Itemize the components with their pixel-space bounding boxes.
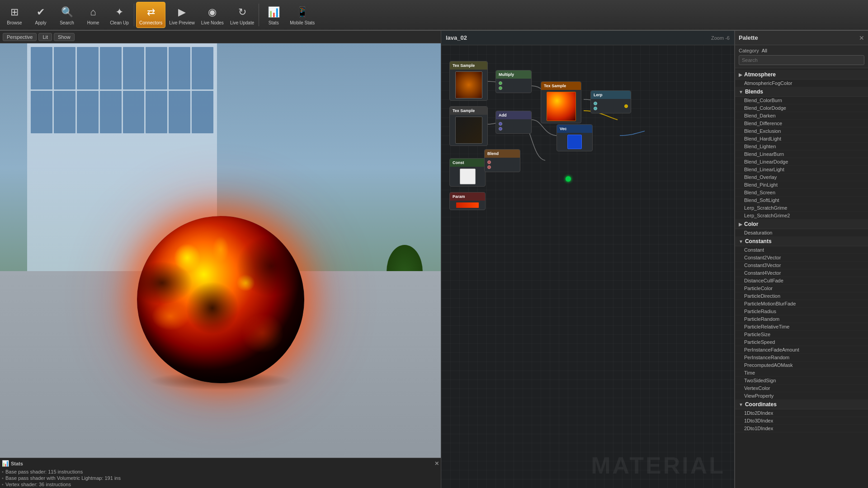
stats-close-button[interactable]: ✕ [434, 460, 439, 467]
apply-button[interactable]: ✔ Apply [28, 2, 53, 28]
palette-list: ▶ Atmosphere AtmosphericFogColor ▼ Blend… [735, 68, 868, 488]
item-blend-overlay[interactable]: Blend_Overlay [735, 174, 868, 181]
item-blend-difference[interactable]: Blend_Difference [735, 120, 868, 127]
item-blend-pinlight[interactable]: Blend_PinLight [735, 181, 868, 189]
pin [499, 81, 502, 85]
palette-header: Palette ✕ [735, 31, 868, 45]
node-add[interactable]: Add [495, 111, 532, 134]
node-header-3: Multiply [496, 70, 531, 79]
item-particlemotionblurfade[interactable]: ParticleMotionBlurFade [735, 300, 868, 308]
item-blend-colordodge[interactable]: Blend_ColorDodge [735, 104, 868, 112]
stats-header: 📊 Stats ✕ [2, 460, 439, 467]
item-desaturation[interactable]: Desaturation [735, 229, 868, 237]
item-blend-softlight[interactable]: Blend_SoftLight [735, 197, 868, 204]
node-blend-1[interactable]: Multiply [495, 70, 532, 93]
stats-label: Stats [269, 20, 279, 25]
item-twosidedsign[interactable]: TwoSidedSign [735, 377, 868, 385]
item-distancecullfade[interactable]: DistanceCullFade [735, 277, 868, 285]
node-texture-2[interactable]: Tex Sample [449, 106, 488, 146]
category-atmosphere[interactable]: ▶ Atmosphere [735, 70, 868, 80]
node-white[interactable]: Const [449, 158, 486, 187]
viewport-3d[interactable] [0, 43, 441, 458]
category-constants[interactable]: ▼ Constants [735, 237, 868, 246]
item-1dto2dindex[interactable]: 1Dto2DIndex [735, 409, 868, 417]
perspective-button[interactable]: Perspective [3, 33, 37, 41]
category-value: All [762, 48, 767, 53]
item-particleradius[interactable]: ParticleRadius [735, 308, 868, 315]
item-blend-exclusion[interactable]: Blend_Exclusion [735, 127, 868, 135]
category-arrow-constants: ▼ [739, 239, 743, 244]
item-blend-colorburn[interactable]: Blend_ColorBurn [735, 97, 868, 104]
item-blend-screen[interactable]: Blend_Screen [735, 189, 868, 197]
item-particlecolor[interactable]: ParticleColor [735, 285, 868, 292]
node-blue[interactable]: Vec [557, 124, 593, 151]
category-arrow-atmosphere: ▶ [739, 72, 742, 77]
liveupdate-button[interactable]: ↻ Live Update [227, 2, 257, 28]
show-button[interactable]: Show [54, 33, 75, 41]
category-coordinates[interactable]: ▼ Coordinates [735, 400, 868, 409]
node-texture-1[interactable]: Tex Sample [449, 61, 488, 101]
pin [499, 127, 502, 131]
item-blend-linearburn[interactable]: Blend_LinearBurn [735, 150, 868, 158]
category-color[interactable]: ▶ Color [735, 220, 868, 229]
search-button[interactable]: 🔍 Search [54, 2, 80, 28]
item-particlerandom[interactable]: ParticleRandom [735, 315, 868, 323]
window [77, 47, 99, 89]
node-graph[interactable]: lava_02 Zoom -6 Tex Sample [441, 31, 735, 488]
stats-panel-icon: 📊 [2, 460, 9, 467]
category-blends[interactable]: ▼ Blends [735, 87, 868, 97]
item-precomputedaomask[interactable]: PrecomputedAOMask [735, 361, 868, 369]
item-atmosphericfogcolor[interactable]: AtmosphericFogColor [735, 80, 868, 87]
palette-close-button[interactable]: ✕ [859, 34, 864, 42]
lava-sphere [137, 216, 304, 383]
filter-row: Category All [739, 48, 864, 53]
item-particlesize[interactable]: ParticleSize [735, 331, 868, 338]
node-red[interactable]: Param [449, 192, 486, 210]
item-blend-linearlight[interactable]: Blend_LinearLight [735, 166, 868, 174]
palette-search-input[interactable] [739, 55, 864, 65]
stat-line-3: Vertex shader: 36 instructions [2, 481, 439, 488]
item-constant2vector[interactable]: Constant2Vector [735, 254, 868, 262]
node-header-2: Tex Sample [450, 107, 487, 115]
category-label: Category [739, 48, 759, 53]
livenodes-button[interactable]: ◉ Live Nodes [198, 2, 226, 28]
cleanup-button[interactable]: ✦ Clean Up [107, 2, 132, 28]
item-constant4vector[interactable]: Constant4Vector [735, 269, 868, 277]
item-blend-hardlight[interactable]: Blend_HardLight [735, 135, 868, 143]
livepreview-button[interactable]: ▶ Live Preview [166, 2, 198, 28]
item-particledirection[interactable]: ParticleDirection [735, 292, 868, 300]
node-lerp[interactable]: Lerp [590, 90, 631, 113]
stats-button[interactable]: 📊 Stats [261, 2, 286, 28]
node-output[interactable]: Tex Sample [541, 81, 581, 123]
pin [499, 122, 502, 126]
item-blend-darken[interactable]: Blend_Darken [735, 112, 868, 120]
item-particlespeed[interactable]: ParticleSpeed [735, 338, 868, 346]
item-constant[interactable]: Constant [735, 246, 868, 254]
item-vertexcolor[interactable]: VertexColor [735, 385, 868, 392]
node-blend-2[interactable]: Blend [484, 149, 520, 172]
item-constant3vector[interactable]: Constant3Vector [735, 262, 868, 269]
item-1dto3dindex[interactable]: 1Dto3DIndex [735, 417, 868, 425]
item-particlerelativetime[interactable]: ParticleRelativeTime [735, 323, 868, 331]
item-2dto1dindex[interactable]: 2Dto1DIndex [735, 425, 868, 432]
search-icon: 🔍 [60, 5, 74, 19]
item-time[interactable]: Time [735, 369, 868, 377]
browse-button[interactable]: ⊞ Browse [2, 2, 27, 28]
item-lerp-scratchgrime[interactable]: Lerp_ScratchGrime [735, 204, 868, 212]
item-blend-lineardodge[interactable]: Blend_LinearDodge [735, 158, 868, 166]
home-button[interactable]: ⌂ Home [80, 2, 106, 28]
lava-dark [137, 216, 304, 383]
item-perinstancefadeamount[interactable]: PerInstanceFadeAmount [735, 346, 868, 354]
mobilestats-button[interactable]: 📱 Mobile Stats [287, 2, 317, 28]
node-body-7 [485, 158, 520, 172]
item-viewproperty[interactable]: ViewProperty [735, 392, 868, 400]
graph-canvas[interactable]: Tex Sample Tex Sample Multiply [441, 45, 734, 488]
connectors-button[interactable]: ⇄ Connectors [136, 2, 165, 28]
viewport: Perspective Lit Show [0, 31, 441, 488]
item-perinstancerandom[interactable]: PerInstanceRandom [735, 354, 868, 361]
sphere-shadow [148, 372, 293, 390]
browse-icon: ⊞ [7, 5, 22, 19]
lit-button[interactable]: Lit [38, 33, 52, 41]
item-lerp-scratchgrime2[interactable]: Lerp_ScratchGrime2 [735, 212, 868, 220]
item-blend-lighten[interactable]: Blend_Lighten [735, 143, 868, 150]
